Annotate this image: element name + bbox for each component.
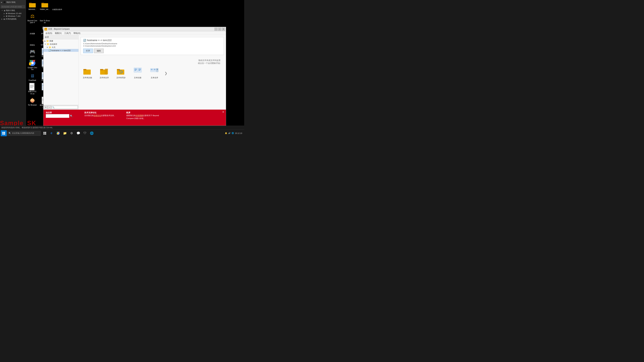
desktop-icon-hidden-server[interactable]: hidden_ser... <box>39 1 51 11</box>
svg-rect-48 <box>134 70 136 71</box>
taskbar-shield-button[interactable]: 🛡 <box>82 130 88 136</box>
bc-tree-new[interactable]: ▶ 📁 新建 <box>44 39 78 42</box>
tree-item-win10[interactable]: ▶ 🖥 Windows 10 x64 <box>0 12 26 15</box>
text-compare-icon <box>134 67 142 76</box>
taskbar-search-box[interactable]: 🔍 在这里输入你要搜索的内容 <box>7 131 40 136</box>
bc-open-button[interactable]: 打开 <box>83 49 93 53</box>
svg-rect-46 <box>134 69 137 69</box>
sidebar-search-container <box>0 4 26 9</box>
bc-kb-search-input[interactable] <box>46 114 69 118</box>
taskbar-start-button[interactable] <box>1 130 7 136</box>
folder-icon: 📁 <box>46 43 49 45</box>
bc-menu-tools[interactable]: 工具(T) <box>63 32 72 34</box>
tree-label: 今天 <box>52 46 56 49</box>
bc-tree-today[interactable]: ▼ 📁 今天 <box>44 46 78 49</box>
bc-session-path2: C:\Users\Adminstrator\Desktop\torrc222 <box>83 45 221 47</box>
desktop-icon-beyond-compare[interactable]: ⚖ Beyond Compare 4 <box>26 12 38 24</box>
bc-sessions-remove-button[interactable]: - <box>48 106 51 109</box>
svg-rect-68 <box>4 133 5 134</box>
tree-label: Windows 7 x64 <box>8 15 20 17</box>
desktop-icon-adminstrator[interactable]: Administ... <box>26 1 38 11</box>
tree-arrow-icon: ▶ <box>44 40 46 42</box>
bc-close-button[interactable]: ✕ <box>222 28 225 31</box>
taskbar-volume-icon: 🔊 <box>228 132 230 134</box>
tree-item-win7[interactable]: ▶ 🖥 Windows 7 x64 <box>0 15 26 17</box>
mycomputer-icon: 🖥 <box>4 9 5 11</box>
svg-rect-23 <box>30 85 34 86</box>
taskbar: 🔍 在这里输入你要搜索的内容 e 📁 ⚙ 💬 🛡 🌐 <box>0 129 244 137</box>
bc-video-link[interactable]: 在线视频 <box>136 114 143 116</box>
bc-menu-help[interactable]: 帮助(H) <box>72 32 82 34</box>
bc-icon-text-merge[interactable]: 文本合并 <box>148 66 161 80</box>
svg-rect-40 <box>105 69 108 74</box>
svg-rect-56 <box>153 68 156 72</box>
bc-icon-folder-compare[interactable]: 文件夹比较 <box>81 66 94 80</box>
bc-minimize-button[interactable]: ─ <box>214 28 218 31</box>
taskbar-chrome-button[interactable] <box>55 130 62 136</box>
session-icon: 🔄 <box>83 39 86 41</box>
taskbar-taskview-button[interactable] <box>42 130 48 136</box>
svg-rect-41 <box>117 69 124 75</box>
bc-icon-folder-sync[interactable]: 文件夹同步 <box>114 66 128 80</box>
taskbar-browser2-button[interactable]: 🌐 <box>88 130 95 136</box>
bc-kb-search: 🔍 <box>46 114 79 118</box>
svg-rect-45 <box>134 68 138 72</box>
desktop-icon-game[interactable]: 🎮 微游5 <box>26 48 38 58</box>
desktop-row-1: Administ... hidden_ser... 🛡 火绒安全软件 <box>26 1 63 11</box>
taskbar-settings-button[interactable]: ⚙ <box>68 130 75 136</box>
bc-screencast-title: 航屏 <box>126 111 163 114</box>
bc-screencast-col: 航屏 观看我们的在线视频以获得关于 Beyond Compare 的最大好处。 <box>126 111 163 120</box>
chrome-icon <box>29 60 36 66</box>
sidebar-search-input[interactable] <box>1 5 25 8</box>
taskbar-explorer-button[interactable]: 📁 <box>62 130 68 136</box>
bc-icon-folder-merge[interactable]: 文件夹合并 <box>98 66 111 80</box>
svg-rect-38 <box>100 69 103 70</box>
icon-label: Tor Browser <box>28 104 37 106</box>
bc-forum-link[interactable]: 在线论坛 <box>94 114 101 116</box>
computer-icon: 🖥 <box>3 1 6 4</box>
bc-scroll-right-button[interactable]: ❯ <box>164 71 167 75</box>
bc-forum-text: 访问我们的在线论坛以获取技术支持。 <box>84 114 121 117</box>
bc-bottom-close-button[interactable]: ✕ <box>222 111 224 113</box>
tree-arrow: ▶ <box>4 12 5 14</box>
sidebar-title: 我的计算机 <box>6 1 16 3</box>
bc-icon-label: 文件夹同步 <box>116 76 126 79</box>
bc-sessions-add-button[interactable]: + <box>44 106 48 109</box>
desktop-icon-mypc[interactable]: 🖥 此电脑 <box>26 25 38 35</box>
mypc-icon: 🖥 <box>29 25 36 32</box>
bc-menu-view[interactable]: 视图(V) <box>54 32 63 34</box>
folder-icon <box>42 1 48 8</box>
tree-item-shared[interactable]: ▶ 🖥 共享的虚拟机 <box>0 17 26 21</box>
bc-maximize-button[interactable]: □ <box>218 28 221 31</box>
tree-item-mycomputer[interactable]: ▼ 🖥 我的计算机 <box>0 9 26 12</box>
bc-tree-autosave[interactable]: ▼ 📁 自动保存 <box>44 42 78 46</box>
desktop-icon-newfile-txt[interactable]: 新建文本文件.txt <box>26 83 38 96</box>
svg-rect-54 <box>151 69 152 69</box>
bc-tree-hostname-session[interactable]: 🔄 hostname <--> torrc222 <box>44 49 78 52</box>
taskbar-chat-button[interactable]: 💬 <box>75 130 82 136</box>
finalshell-icon: 🖥 <box>29 72 36 79</box>
bc-sessions-search-input[interactable] <box>52 106 78 109</box>
desktop-icon-chrome[interactable]: Google Chrome <box>26 59 38 71</box>
desktop-icon-finalshell[interactable]: 🖥 FinalShell <box>26 72 38 82</box>
desktop-icon-recycle[interactable]: 🗑 回收站 <box>26 36 38 47</box>
bc-menu-session[interactable]: 会话(S) <box>44 32 54 34</box>
svg-rect-58 <box>154 70 156 70</box>
bc-edit-button[interactable]: 编辑 <box>94 49 104 53</box>
bc-titlebar: ⚖ 主页 - Beyond Compare ─ □ ✕ <box>44 27 226 31</box>
txt-icon <box>29 83 36 90</box>
bc-forum-col: 技术支持论坛 访问我们的在线论坛以获取技术支持。 <box>84 111 121 120</box>
desktop-icon-tor-browser[interactable]: 🧅 Tor Browser <box>26 96 38 109</box>
bc-kb-search-icon[interactable]: 🔍 <box>70 115 73 117</box>
sidebar-expand-icon[interactable]: ▶ <box>1 1 2 3</box>
taskbar-ie-button[interactable]: e <box>48 130 55 136</box>
tree-label: 共享的虚拟机 <box>6 18 16 20</box>
bc-icon-text-compare[interactable]: 文本比较 <box>131 66 144 80</box>
taskbar-search-placeholder: 在这里输入你要搜索的内容 <box>12 132 34 134</box>
svg-rect-51 <box>138 69 141 70</box>
bc-icons-area: 拖动文件夹或文件到这里 或点击一个会话图标开始: 文件夹比较 <box>81 59 224 80</box>
folder-sync-icon <box>117 67 125 76</box>
tree-label: 自动保存 <box>50 43 57 45</box>
desktop-icon-huorong[interactable]: 🛡 火绒安全软件 <box>51 1 63 11</box>
desktop-icon-start-browse[interactable]: ▶ Start To Browse <box>39 12 51 24</box>
